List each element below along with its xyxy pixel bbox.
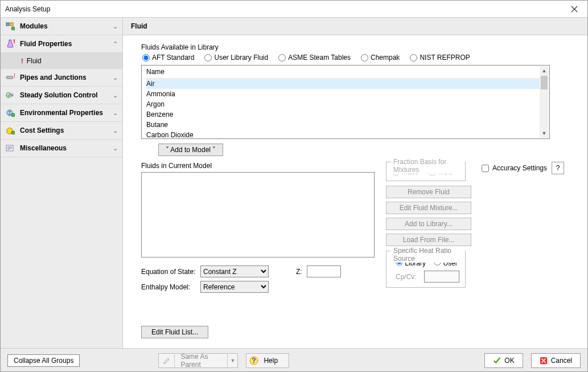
chevron-down-icon: ⌄ [113, 92, 118, 99]
sidebar-group-modules[interactable]: Modules ⌄ [1, 18, 122, 35]
help-icon: ? [246, 356, 261, 365]
pipes-icon: ! [5, 73, 15, 82]
list-item[interactable]: Air [146, 79, 545, 89]
fraction-basis-group: Fraction Basis for Mixtures Mass Mole [386, 162, 466, 181]
radio-user-library[interactable]: User Library Fluid [204, 54, 268, 62]
list-item[interactable]: Benzene [146, 109, 545, 120]
svg-rect-0 [6, 23, 9, 26]
env-icon [5, 108, 15, 117]
edit-icon [159, 354, 175, 367]
svg-text:?: ? [252, 357, 256, 365]
svg-text:!: ! [14, 73, 15, 79]
edit-fluid-list-button[interactable]: Edit Fluid List... [141, 326, 208, 338]
add-to-model-button[interactable]: ˅ Add to Model ˅ [158, 144, 223, 156]
svg-rect-1 [10, 23, 13, 26]
scroll-down-icon[interactable]: ▼ [540, 129, 549, 138]
equation-state-label: Equation of State: [141, 268, 196, 276]
enthalpy-select[interactable]: Reference [200, 281, 269, 293]
sidebar-group-fluid-properties[interactable]: ! Fluid Properties ⌃ [1, 35, 122, 53]
alert-icon: ! [21, 58, 23, 64]
scroll-up-icon[interactable]: ▲ [540, 66, 549, 75]
sidebar: Modules ⌄ ! Fluid Properties ⌃ ! Fluid !… [1, 18, 123, 348]
current-model-label: Fluids in Current Model [141, 162, 375, 170]
steady-icon [5, 91, 15, 100]
close-button[interactable] [561, 1, 587, 18]
z-input[interactable] [307, 265, 341, 277]
list-column-header: Name [142, 66, 549, 79]
load-from-file-button: Load From File... [386, 234, 471, 246]
cpcv-label: Cp/Cv: [396, 273, 421, 281]
sidebar-group-steady[interactable]: Steady Solution Control ⌄ [1, 87, 122, 104]
chevron-down-icon: ⌄ [113, 74, 118, 81]
svg-rect-4 [6, 76, 13, 79]
list-item[interactable]: Butane [146, 120, 545, 130]
specific-heat-group: Specific Heat Ratio Source Library User … [386, 251, 466, 288]
cancel-button[interactable]: Cancel [531, 353, 581, 368]
library-source-radios: AFT Standard User Library Fluid ASME Ste… [142, 54, 577, 62]
radio-aft-standard[interactable]: AFT Standard [142, 54, 194, 62]
chevron-down-icon: ⌄ [113, 127, 118, 134]
add-to-library-button: Add to Library... [386, 218, 471, 230]
enthalpy-label: Enthalpy Model: [141, 283, 196, 291]
close-icon [571, 6, 578, 13]
panel-heading: Fluid [123, 18, 587, 35]
radio-asme[interactable]: ASME Steam Tables [278, 54, 351, 62]
modules-icon [5, 22, 15, 31]
footer-help-button[interactable]: ? Help [246, 353, 289, 368]
cost-icon [5, 126, 15, 135]
sidebar-group-cost[interactable]: Cost Settings ⌄ [1, 122, 122, 140]
accuracy-checkbox[interactable]: Accuracy Settings [482, 164, 547, 172]
list-item[interactable]: Ammonia [146, 89, 545, 99]
current-fluids-listbox[interactable] [141, 172, 375, 257]
collapse-all-button[interactable]: Collapse All Groups [7, 354, 80, 367]
chevron-up-icon: ⌃ [113, 40, 118, 48]
svg-point-2 [11, 27, 15, 30]
sidebar-group-pipes[interactable]: ! Pipes and Junctions ⌄ [1, 69, 122, 87]
same-as-parent-dropdown[interactable]: Same As Parent ▼ [158, 353, 238, 368]
list-item[interactable]: Carbon Dioxide [146, 130, 545, 139]
scrollbar[interactable]: ▲ ▼ [540, 66, 549, 138]
edit-mixture-button: Edit Fluid Mixture... [386, 202, 471, 214]
svg-text:!: ! [13, 39, 15, 45]
radio-nist[interactable]: NIST REFPROP [410, 54, 470, 62]
sidebar-group-misc[interactable]: Miscellaneous ⌄ [1, 140, 122, 157]
library-label: Fluids Available in Library [141, 43, 577, 51]
check-icon [493, 357, 501, 365]
sidebar-group-env[interactable]: Environmental Properties ⌄ [1, 104, 122, 122]
svg-point-8 [11, 113, 15, 117]
equation-state-select[interactable]: Constant Z [200, 265, 269, 277]
fluids-listbox[interactable]: Name Air Ammonia Argon Benzene Butane Ca… [141, 65, 550, 139]
window-title: Analysis Setup [5, 5, 561, 13]
chevron-down-icon: ⌄ [113, 109, 118, 117]
chevron-down-icon: ▼ [227, 354, 237, 367]
chevron-down-icon: ⌄ [113, 23, 118, 30]
cpcv-input [424, 271, 459, 283]
chevron-down-icon: ⌄ [113, 145, 118, 152]
svg-point-9 [11, 131, 15, 134]
help-button[interactable]: ? [552, 162, 564, 174]
ok-button[interactable]: OK [484, 353, 523, 368]
radio-chempak[interactable]: Chempak [361, 54, 400, 62]
cancel-icon [540, 357, 548, 365]
sidebar-item-fluid[interactable]: ! Fluid [1, 53, 122, 69]
misc-icon [5, 144, 15, 153]
z-label: Z: [296, 268, 302, 276]
flask-icon: ! [5, 39, 15, 48]
list-item[interactable]: Argon [146, 99, 545, 109]
remove-fluid-button: Remove Fluid [386, 186, 471, 198]
scroll-thumb[interactable] [541, 76, 548, 89]
